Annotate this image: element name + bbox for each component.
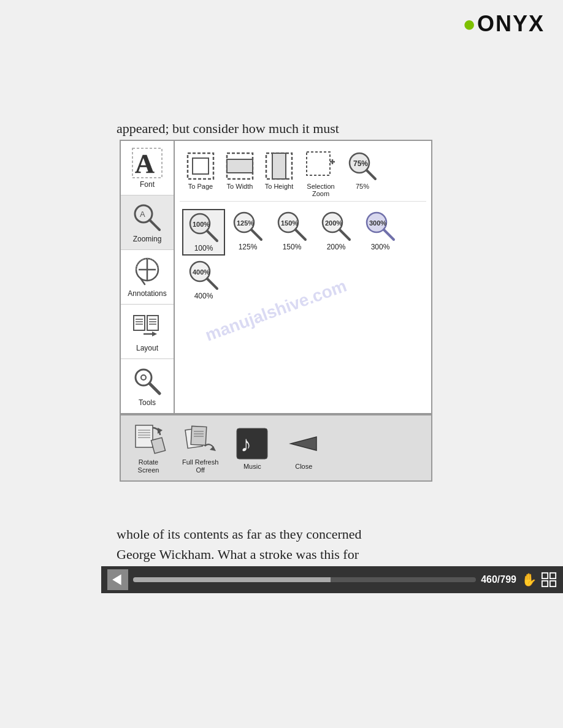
top-zoom-row: To Page To Width: [180, 146, 426, 202]
to-width-label: To Width: [227, 183, 253, 190]
selection-zoom-icon: [305, 151, 336, 181]
svg-rect-70: [542, 573, 548, 578]
svg-rect-23: [193, 158, 209, 174]
sidebar-layout-label: Layout: [136, 344, 158, 352]
music-button[interactable]: ♪ Music: [229, 423, 275, 473]
zoom-400-label: 400%: [194, 292, 213, 300]
close-label: Close: [295, 463, 312, 471]
svg-text:A: A: [140, 210, 145, 219]
to-height-button[interactable]: To Height: [261, 150, 297, 191]
svg-rect-13: [147, 316, 158, 330]
sidebar-item-tools[interactable]: Tools: [121, 359, 174, 413]
zoom-row-1: 100% 100% 125%: [182, 209, 424, 256]
menu-panel: manujalshive.com A Font A: [120, 140, 432, 482]
rotate-screen-label: RotateScreen: [138, 458, 159, 474]
svg-line-48: [384, 230, 394, 240]
svg-text:400%: 400%: [193, 268, 210, 276]
zoom-200-label: 200%: [327, 243, 346, 251]
zoom-125-label: 125%: [239, 243, 258, 251]
zoom-100-label: 100%: [194, 244, 213, 252]
sidebar-item-zooming[interactable]: A Zooming: [121, 195, 174, 250]
svg-point-20: [141, 375, 146, 380]
zoom-75-button[interactable]: 75% 75%: [344, 150, 381, 191]
full-refresh-button[interactable]: Full RefreshOff: [177, 419, 223, 477]
zoom-400-icon: 400%: [186, 260, 221, 290]
font-icon: A: [131, 147, 163, 179]
zoom-125-button[interactable]: 125% 125%: [226, 209, 269, 256]
zoom-200-icon: 200%: [319, 211, 353, 241]
svg-rect-9: [134, 316, 145, 330]
rotate-screen-icon: [131, 422, 166, 457]
zoom-125-icon: 125%: [231, 211, 265, 241]
svg-rect-71: [550, 573, 556, 578]
svg-line-33: [367, 170, 375, 179]
to-page-button[interactable]: To Page: [182, 150, 219, 191]
hand-icon: ✋: [521, 572, 537, 588]
tools-icon: [131, 365, 163, 397]
sidebar-zooming-label: Zooming: [133, 235, 162, 243]
page-info: 460/799: [481, 574, 516, 585]
selection-zoom-label: SelectionZoom: [307, 183, 334, 197]
layout-icon: [131, 311, 163, 343]
progress-bar: [133, 577, 476, 582]
svg-marker-64: [210, 446, 216, 451]
sidebar-item-layout[interactable]: Layout: [121, 305, 174, 359]
svg-text:200%: 200%: [325, 219, 342, 227]
bottom-toolbar: RotateScreen Full RefreshOff: [121, 414, 431, 480]
svg-line-4: [150, 220, 159, 230]
zoom-150-icon: 150%: [275, 211, 309, 241]
svg-line-21: [150, 384, 159, 393]
status-icons: ✋: [521, 572, 557, 588]
to-page-icon: [185, 151, 216, 181]
svg-text:300%: 300%: [369, 219, 386, 227]
sidebar-tools-label: Tools: [139, 398, 156, 407]
music-label: Music: [243, 463, 261, 471]
full-refresh-icon: [183, 422, 218, 457]
svg-rect-73: [550, 581, 556, 586]
svg-text:A: A: [135, 149, 155, 179]
zoom-400-button[interactable]: 400% 400%: [182, 258, 225, 302]
svg-marker-67: [291, 437, 316, 450]
menu-main: A Font A Zooming: [121, 141, 431, 414]
svg-rect-25: [227, 159, 253, 173]
zoom-150-label: 150%: [283, 243, 302, 251]
content-area: To Page To Width: [175, 141, 431, 413]
svg-text:75%: 75%: [353, 159, 368, 168]
zoom-200-button[interactable]: 200% 200%: [315, 209, 358, 256]
logo-dot: ●: [462, 11, 477, 36]
close-button[interactable]: Close: [281, 423, 326, 473]
nav-arrow-button[interactable]: [107, 569, 128, 590]
book-text-top: appeared; but consider how much it must: [117, 119, 545, 138]
svg-line-42: [296, 230, 305, 240]
svg-line-51: [207, 279, 217, 289]
zoom-icon: A: [131, 202, 163, 233]
music-icon: ♪: [234, 426, 270, 461]
sidebar-font-label: Font: [140, 180, 155, 189]
status-bar: 460/799 ✋: [101, 566, 563, 593]
svg-text:✋: ✋: [521, 572, 537, 588]
svg-rect-60: [191, 426, 207, 445]
zoom-150-button[interactable]: 150% 150%: [270, 209, 313, 256]
selection-zoom-button[interactable]: SelectionZoom: [300, 150, 342, 199]
to-height-label: To Height: [265, 183, 293, 190]
sidebar-item-annotations[interactable]: Annotations: [121, 250, 174, 305]
to-width-button[interactable]: To Width: [221, 150, 258, 191]
zoom-300-label: 300%: [371, 243, 390, 251]
zoom-row-2: 400% 400%: [182, 258, 424, 302]
onyx-logo: ●ONYX: [462, 11, 545, 37]
zoom-75-icon: 75%: [347, 151, 378, 181]
zoom-75-label: 75%: [356, 183, 369, 190]
to-page-label: To Page: [188, 183, 213, 190]
svg-text:♪: ♪: [240, 432, 251, 457]
svg-text:150%: 150%: [281, 219, 298, 227]
sidebar: A Font A Zooming: [121, 141, 175, 413]
svg-rect-58: [151, 438, 165, 453]
full-refresh-label: Full RefreshOff: [182, 458, 218, 474]
zoom-100-button[interactable]: 100% 100%: [182, 209, 225, 256]
sidebar-annotations-label: Annotations: [128, 289, 166, 298]
svg-text:100%: 100%: [193, 221, 210, 228]
svg-marker-18: [152, 332, 157, 336]
sidebar-item-font[interactable]: A Font: [121, 141, 174, 195]
rotate-screen-button[interactable]: RotateScreen: [126, 419, 171, 477]
zoom-300-button[interactable]: 300% 300%: [359, 209, 402, 256]
